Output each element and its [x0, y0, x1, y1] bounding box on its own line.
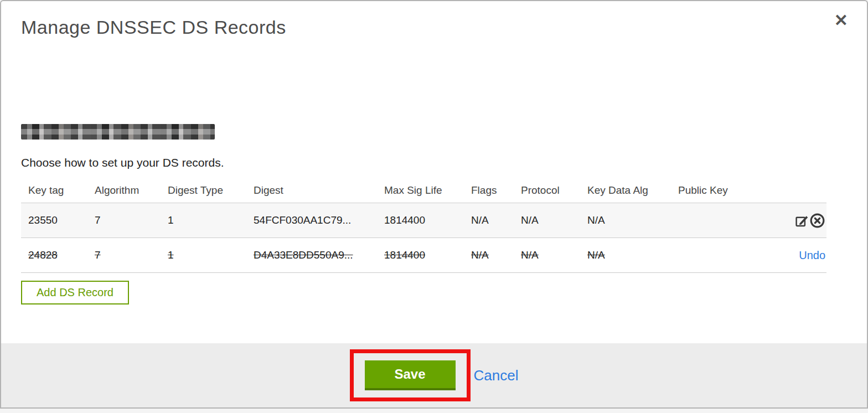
- col-header-actions: [754, 178, 826, 203]
- undo-link[interactable]: Undo: [799, 249, 825, 261]
- cell-protocol: N/A: [514, 203, 580, 238]
- cell-max-sig-life: 1814400: [377, 203, 464, 238]
- col-header-public-key: Public Key: [671, 178, 754, 203]
- cell-key-tag: 24828: [21, 238, 87, 273]
- ds-records-instruction: Choose how to set up your DS records.: [21, 156, 847, 169]
- row-actions: [754, 203, 826, 238]
- table-row: 23550 7 1 54FCF030AA1C79... 1814400 N/A …: [21, 203, 826, 238]
- cell-algorithm: 7: [87, 238, 161, 273]
- cell-protocol: N/A: [514, 238, 580, 273]
- ds-records-table: Key tag Algorithm Digest Type Digest Max…: [21, 178, 826, 273]
- cell-flags: N/A: [464, 203, 514, 238]
- cell-digest-type: 1: [161, 238, 246, 273]
- page-title: Manage DNSSEC DS Records: [21, 17, 847, 38]
- col-header-flags: Flags: [464, 178, 514, 203]
- annotation-highlight-rectangle: Save: [350, 349, 471, 401]
- cell-key-data-alg: N/A: [580, 203, 671, 238]
- col-header-algorithm: Algorithm: [87, 178, 161, 203]
- row-actions: Undo: [754, 238, 826, 273]
- save-button[interactable]: Save: [365, 360, 456, 390]
- cell-max-sig-life: 1814400: [377, 238, 464, 273]
- cell-digest: 54FCF030AA1C79...: [246, 203, 377, 238]
- edit-record-icon[interactable]: [794, 213, 809, 228]
- manage-dnssec-modal: ✕ Manage DNSSEC DS Records Choose how to…: [0, 0, 868, 409]
- cell-public-key: [671, 238, 754, 273]
- table-row-marked-deleted: 24828 7 1 D4A33E8DD550A9... 1814400 N/A …: [21, 238, 826, 273]
- col-header-digest-type: Digest Type: [161, 178, 246, 203]
- col-header-digest: Digest: [246, 178, 377, 203]
- cell-public-key: [671, 203, 754, 238]
- redacted-domain-name: [21, 124, 215, 140]
- col-header-key-data-alg: Key Data Alg: [580, 178, 671, 203]
- col-header-max-sig-life: Max Sig Life: [377, 178, 464, 203]
- modal-footer: Save Cancel: [1, 343, 867, 407]
- cell-digest-type: 1: [161, 203, 246, 238]
- cell-flags: N/A: [464, 238, 514, 273]
- cell-key-tag: 23550: [21, 203, 87, 238]
- delete-record-icon[interactable]: [809, 213, 825, 229]
- cell-key-data-alg: N/A: [580, 238, 671, 273]
- col-header-key-tag: Key tag: [21, 178, 87, 203]
- close-icon[interactable]: ✕: [834, 12, 848, 29]
- col-header-protocol: Protocol: [514, 178, 580, 203]
- cancel-link[interactable]: Cancel: [474, 367, 519, 384]
- add-ds-record-button[interactable]: Add DS Record: [21, 281, 129, 304]
- table-header-row: Key tag Algorithm Digest Type Digest Max…: [21, 178, 826, 203]
- modal-content: Manage DNSSEC DS Records Choose how to s…: [1, 17, 867, 304]
- cell-digest: D4A33E8DD550A9...: [246, 238, 377, 273]
- cell-algorithm: 7: [87, 203, 161, 238]
